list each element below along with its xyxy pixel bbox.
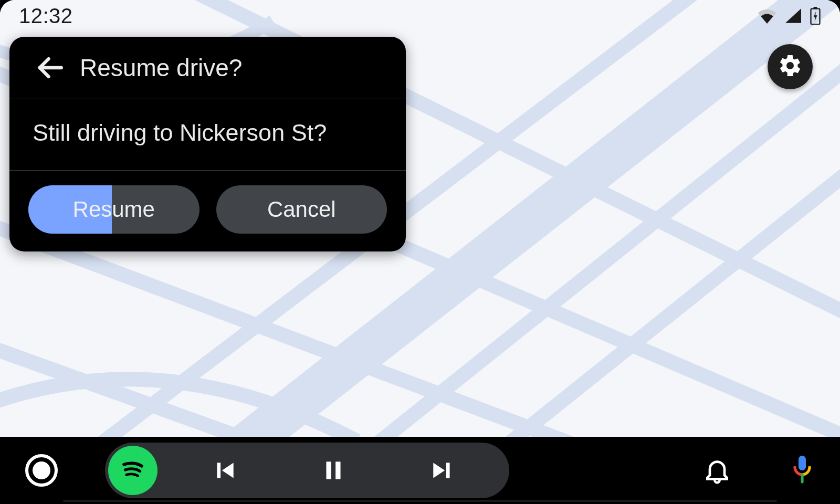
dialog-actions: Resume Cancel	[9, 171, 406, 251]
arrow-left-icon	[35, 52, 65, 83]
svg-rect-7	[446, 463, 450, 478]
svg-rect-4	[217, 463, 220, 478]
bottom-bar	[0, 437, 840, 504]
bell-icon	[702, 456, 732, 485]
resume-drive-dialog: Resume drive? Still driving to Nickerson…	[9, 37, 406, 251]
svg-rect-6	[335, 461, 340, 479]
skip-previous-icon	[212, 457, 238, 484]
bottom-indicator	[63, 500, 777, 502]
svg-rect-2	[813, 7, 817, 9]
bar-right	[702, 455, 815, 486]
spotify-icon	[118, 454, 148, 487]
home-button[interactable]	[25, 454, 58, 487]
media-pill	[105, 443, 509, 498]
resume-button[interactable]: Resume	[28, 185, 200, 234]
status-bar: 12:32	[0, 0, 840, 32]
pause-icon	[320, 457, 346, 484]
signal-icon	[784, 8, 802, 24]
screen-root: 12:32	[0, 0, 840, 504]
spotify-button[interactable]	[108, 446, 158, 495]
next-track-button[interactable]	[421, 449, 463, 491]
media-controls	[158, 449, 509, 491]
svg-rect-5	[326, 461, 331, 479]
resume-button-label: Resume	[73, 197, 155, 222]
dialog-message: Still driving to Nickerson St?	[33, 117, 383, 149]
cancel-button[interactable]: Cancel	[216, 185, 387, 234]
dialog-header: Resume drive?	[9, 37, 406, 99]
notifications-button[interactable]	[702, 456, 732, 485]
battery-charging-icon	[810, 7, 821, 25]
previous-track-button[interactable]	[204, 449, 246, 491]
skip-next-icon	[429, 457, 455, 484]
status-right	[757, 7, 821, 25]
cancel-button-label: Cancel	[267, 197, 336, 222]
wifi-icon	[757, 8, 777, 24]
back-button[interactable]	[35, 52, 65, 83]
svg-rect-8	[799, 456, 806, 470]
dialog-title: Resume drive?	[80, 54, 242, 82]
pause-button[interactable]	[312, 449, 354, 491]
gear-icon	[778, 53, 803, 80]
settings-button[interactable]	[768, 44, 813, 89]
status-clock: 12:32	[19, 4, 73, 28]
voice-assistant-button[interactable]	[790, 455, 815, 486]
dialog-body: Still driving to Nickerson St?	[9, 99, 406, 171]
google-mic-icon	[790, 455, 815, 486]
